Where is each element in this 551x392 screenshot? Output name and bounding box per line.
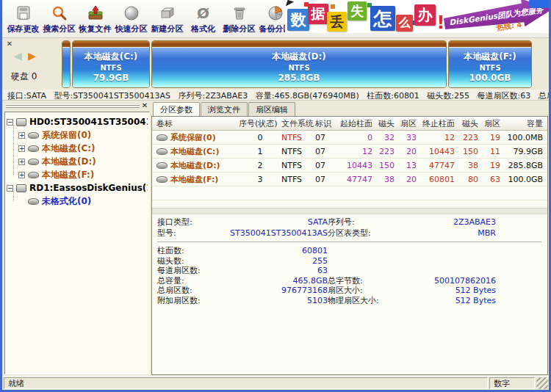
detail-value: MBR bbox=[425, 228, 541, 238]
tab-browse-files[interactable]: 浏览文件 bbox=[201, 102, 248, 116]
detail-row: 总扇区数: 976773168 扇区大小: 512 Bytes bbox=[157, 285, 541, 295]
id-cell: 07 bbox=[315, 161, 337, 170]
recover-files-button[interactable]: 恢复文件 bbox=[77, 1, 113, 37]
format-button[interactable]: Ø 格式化 bbox=[185, 1, 221, 37]
tab-bar: 分区参数 浏览文件 扇区编辑 bbox=[153, 102, 549, 116]
expand-icon[interactable]: + bbox=[18, 159, 25, 165]
col-capacity: 容量 bbox=[500, 118, 543, 129]
banner-tile: 数 bbox=[287, 9, 309, 31]
partition-bar: 本地磁盘(C:) NTFS 79.9GB 本地磁盘(D:) NTFS 285.8… bbox=[62, 40, 532, 88]
search-partition-button[interactable]: 搜索分区 bbox=[41, 1, 77, 37]
partition-filesystem: NTFS bbox=[100, 63, 121, 73]
detail-label: 分区表类型: bbox=[328, 228, 425, 239]
resize-grip[interactable] bbox=[536, 377, 548, 389]
save-changes-button[interactable]: 保存更改 bbox=[5, 1, 41, 37]
table-row[interactable]: 本地磁盘(C:) 1 NTFS 07 12 223 20 10443 150 1… bbox=[152, 145, 547, 159]
start-head-cell: 38 bbox=[372, 175, 395, 184]
disk-navigator-panel: ✕ ◀ ▶ 硬盘 0 本地磁盘(C:) NTFS 79.9GB bbox=[2, 38, 549, 90]
col-start-cylinder: 起始柱面 bbox=[337, 118, 372, 129]
partition-block-d[interactable]: 本地磁盘(D:) NTFS 285.8GB bbox=[151, 40, 447, 88]
collapse-icon[interactable]: − bbox=[7, 185, 13, 192]
capacity-cell: 100.0GB bbox=[500, 175, 543, 184]
save-changes-icon bbox=[15, 4, 32, 23]
detail-value: 512 Bytes bbox=[425, 286, 541, 295]
partition-icon bbox=[28, 159, 39, 165]
expand-icon[interactable]: + bbox=[18, 145, 25, 152]
diskgenius-window: 保存更改 搜索分区 恢复文件 快速分区 新建分区 Ø bbox=[0, 0, 551, 392]
next-disk-arrow-icon[interactable]: ▶ bbox=[28, 50, 37, 62]
delete-partition-button[interactable]: 删除分区 bbox=[221, 1, 257, 37]
panel-grip[interactable]: ✕ bbox=[6, 103, 140, 111]
id-cell: 07 bbox=[315, 147, 337, 156]
end-head-cell: 150 bbox=[455, 147, 478, 156]
format-icon: Ø bbox=[197, 4, 209, 23]
tree-item-disk-d[interactable]: + 本地磁盘(D:) bbox=[18, 155, 148, 168]
disk-icon bbox=[16, 118, 26, 126]
tree-item-label: 本地磁盘(C:) bbox=[42, 142, 96, 155]
partition-icon bbox=[156, 162, 168, 169]
format-label: 格式化 bbox=[191, 23, 215, 35]
detail-value: 5103 bbox=[225, 296, 328, 305]
tree-item-unformatted[interactable]: 未格式化(0) bbox=[18, 195, 148, 208]
filesystem-cell: NTFS bbox=[281, 175, 315, 184]
partition-type-strip bbox=[449, 41, 531, 48]
tree-item-system-reserved[interactable]: + 系统保留(0) bbox=[18, 128, 148, 142]
detail-value: SATA bbox=[225, 217, 328, 227]
table-row[interactable]: 本地磁盘(F:) 3 NTFS 07 47747 38 20 60801 80 … bbox=[152, 173, 547, 186]
partition-tree: − HD0:ST350041ST3500413AS (46 + 系统保留(0) … bbox=[4, 112, 150, 374]
id-cell: 07 bbox=[315, 175, 337, 184]
grip-lines bbox=[6, 104, 140, 108]
capacity-cell: 79.9GB bbox=[500, 147, 543, 156]
tree-item-rd1[interactable]: − RD1:EassosDiskGenius(15GB) bbox=[7, 181, 148, 195]
quick-partition-button[interactable]: 快速分区 bbox=[113, 1, 149, 37]
detail-value: 500107862016 bbox=[425, 276, 541, 286]
detail-value: 512 Bytes bbox=[425, 296, 541, 305]
tree-item-label: HD0:ST350041ST3500413AS (46 bbox=[29, 117, 148, 127]
ad-banner[interactable]: 数 据 丢 失 怎 么 办 ! DiskGenius团队为您服务 热线: 4 bbox=[285, 0, 549, 33]
expand-icon[interactable]: + bbox=[18, 172, 25, 178]
disk-info-line: 接口:SATA 型号:ST350041ST3500413AS 序列号:2Z3AB… bbox=[2, 90, 549, 101]
table-header: 卷标 序号(状态) 文件系统 标识 起始柱面 磁头 扇区 终止柱面 磁头 扇区 … bbox=[152, 117, 547, 131]
banner-tile: 怎 bbox=[370, 6, 395, 31]
detail-value: 63 bbox=[225, 266, 328, 275]
tree-item-disk-c[interactable]: + 本地磁盘(C:) bbox=[18, 142, 148, 155]
save-changes-label: 保存更改 bbox=[7, 23, 40, 35]
disk-label: 硬盘 0 bbox=[11, 70, 37, 83]
partition-type-strip bbox=[73, 41, 149, 48]
capacity-cell: 285.8GB bbox=[500, 161, 543, 170]
tab-sector-edit[interactable]: 扇区编辑 bbox=[248, 102, 295, 116]
start-cylinder-cell: 12 bbox=[337, 147, 372, 156]
detail-value: 60801 bbox=[225, 246, 328, 255]
tree-item-label: 未格式化(0) bbox=[42, 195, 91, 208]
partition-block-system-reserved[interactable] bbox=[62, 40, 71, 88]
delete-partition-label: 删除分区 bbox=[223, 23, 256, 35]
collapse-icon[interactable]: − bbox=[7, 119, 13, 126]
partition-body: 本地磁盘(D:) NTFS 285.8GB bbox=[152, 48, 446, 87]
prev-disk-arrow-icon[interactable]: ◀ bbox=[14, 50, 24, 62]
start-head-cell: 150 bbox=[372, 161, 395, 170]
end-sector-cell: 11 bbox=[478, 147, 500, 156]
partition-name: 本地磁盘(C:) bbox=[84, 51, 138, 63]
start-sector-cell: 20 bbox=[395, 175, 417, 184]
expand-icon[interactable]: + bbox=[18, 132, 25, 139]
detail-row: 磁头数: 255 bbox=[157, 255, 541, 266]
detail-row: 总容量: 465.8GB 总字节数: 500107862016 bbox=[157, 275, 541, 286]
new-partition-button[interactable]: 新建分区 bbox=[149, 1, 185, 37]
partition-name: 本地磁盘(F:) bbox=[464, 51, 516, 63]
close-icon[interactable]: ✕ bbox=[5, 40, 14, 48]
table-row[interactable]: 系统保留(0) 0 NTFS 07 0 32 33 12 223 19 100.… bbox=[152, 131, 547, 145]
detail-row: 每道扇区数: 63 bbox=[157, 265, 541, 275]
partition-block-c[interactable]: 本地磁盘(C:) NTFS 79.9GB bbox=[72, 40, 150, 88]
start-cylinder-cell: 10443 bbox=[337, 161, 372, 170]
close-icon[interactable]: ✕ bbox=[140, 101, 149, 110]
number-cell: 2 bbox=[239, 161, 281, 170]
status-bar: 就绪 数字 bbox=[2, 376, 549, 390]
detail-label: 型号: bbox=[157, 228, 225, 239]
tree-item-hd0[interactable]: − HD0:ST350041ST3500413AS (46 bbox=[7, 115, 148, 128]
end-cylinder-cell: 60801 bbox=[417, 175, 455, 184]
partition-block-f[interactable]: 本地磁盘(F:) NTFS 100.0GB bbox=[448, 40, 532, 88]
tab-partition-params[interactable]: 分区参数 bbox=[153, 102, 200, 116]
tree-item-disk-f[interactable]: + 本地磁盘(F:) bbox=[18, 168, 148, 181]
detail-label: 附加扇区数: bbox=[157, 295, 225, 306]
table-row[interactable]: 本地磁盘(D:) 2 NTFS 07 10443 150 13 47747 38… bbox=[152, 159, 547, 173]
